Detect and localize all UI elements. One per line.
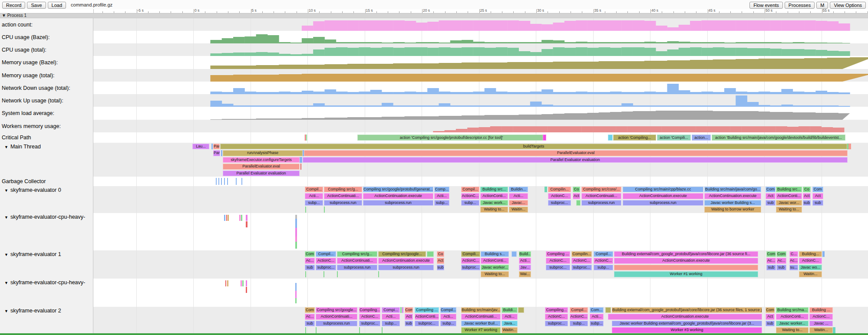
- row-label-skyframe-evaluator-1[interactable]: ▼skyframe-evaluator 1: [0, 250, 93, 279]
- timeline-bar[interactable]: Building src/main/jav...: [461, 307, 501, 313]
- timeline-bar[interactable]: [543, 135, 546, 141]
- timeline-bar[interactable]: [221, 150, 222, 156]
- timeline-bar[interactable]: [300, 164, 301, 170]
- timeline-bar[interactable]: Compiling src/g...: [324, 187, 362, 193]
- timeline-bar[interactable]: subprocess.run: [378, 265, 434, 271]
- timeline-bar[interactable]: [295, 215, 297, 219]
- timeline-bar[interactable]: Javac worker...: [776, 321, 809, 327]
- timeline-bar[interactable]: Act: [812, 193, 823, 199]
- timeline-bar[interactable]: Act: [405, 314, 413, 320]
- timeline-bar[interactable]: [236, 178, 237, 185]
- timeline-bar[interactable]: [295, 242, 297, 249]
- timeline-bar[interactable]: [211, 144, 213, 150]
- timeline-bar[interactable]: [400, 307, 402, 313]
- timeline-bar[interactable]: Waitin...: [502, 327, 518, 333]
- timeline-bar[interactable]: Compil...: [594, 251, 613, 257]
- timeline-bar[interactable]: Waiting to...: [481, 271, 509, 277]
- timeline-bar[interactable]: sub: [305, 321, 315, 327]
- timeline-bar[interactable]: buildTargets: [220, 144, 847, 150]
- timeline-bar[interactable]: subproc...: [546, 265, 570, 271]
- timeline-bar[interactable]: Waiting to...: [776, 207, 802, 213]
- timeline-bar[interactable]: Act: [766, 314, 775, 320]
- timeline-bar[interactable]: [427, 251, 434, 257]
- timeline-bar[interactable]: [226, 215, 227, 221]
- toolbar-button-record[interactable]: Record: [2, 2, 25, 9]
- timeline-bar[interactable]: Javac worker Building s...: [704, 200, 761, 206]
- timeline-bar[interactable]: ActionC...: [799, 258, 822, 264]
- timeline-bar[interactable]: [576, 200, 581, 206]
- timeline-bar[interactable]: sub: [812, 200, 823, 206]
- toolbar-button-flow-events[interactable]: Flow events: [749, 2, 783, 9]
- timeline-bar[interactable]: subproc...: [461, 265, 480, 271]
- timeline-bar[interactable]: sub: [405, 321, 413, 327]
- timeline-bar[interactable]: [216, 178, 217, 185]
- timeline-bar[interactable]: [306, 135, 307, 141]
- timeline-bar[interactable]: Com: [305, 251, 315, 257]
- timeline-bar[interactable]: Compiling src/main/cpp/blaze.cc: [623, 187, 703, 193]
- timeline-bar[interactable]: ActionContinuation.execute: [378, 258, 434, 264]
- timeline-bar[interactable]: [227, 280, 228, 286]
- timeline-bar[interactable]: sub: [305, 265, 315, 271]
- timeline-bar[interactable]: [295, 291, 297, 298]
- timeline-bar[interactable]: ActionContinuation.execute: [614, 258, 758, 264]
- timeline-bar[interactable]: ActionConti...: [415, 314, 439, 320]
- timeline-bar[interactable]: subproc...: [571, 265, 592, 271]
- timeline-bar[interactable]: Waitin...: [809, 327, 833, 333]
- timeline-bar[interactable]: [833, 327, 835, 333]
- timeline-bar[interactable]: [241, 178, 242, 185]
- timeline-bar[interactable]: [221, 178, 222, 185]
- timeline-bar[interactable]: Com: [305, 307, 315, 313]
- timeline-bar[interactable]: [224, 215, 225, 221]
- timeline-bar[interactable]: Javac wo...: [799, 265, 822, 271]
- timeline-bar[interactable]: [239, 215, 241, 221]
- timeline-bar[interactable]: Worker #3 working: [612, 327, 762, 333]
- timeline-bar[interactable]: ParallelEvaluator.eval: [223, 164, 300, 170]
- row-label-skyframe-evaluator-0[interactable]: ▼skyframe-evaluator 0: [0, 186, 93, 213]
- timeline-bar[interactable]: [241, 280, 242, 286]
- timeline-bar[interactable]: Javac work...: [480, 200, 508, 206]
- timeline-bar[interactable]: [402, 307, 403, 313]
- timeline-bar[interactable]: Parallel Evaluator evaluation: [223, 171, 300, 177]
- timeline-bar[interactable]: Acti...: [590, 314, 604, 320]
- timeline-bar[interactable]: sub: [766, 265, 776, 271]
- timeline-bar[interactable]: Compiling...: [545, 307, 568, 313]
- timeline-bar[interactable]: subp...: [440, 321, 456, 327]
- timeline-bar[interactable]: subprocess.run: [623, 200, 703, 206]
- timeline-bar[interactable]: [316, 327, 317, 333]
- timeline-bar[interactable]: Wai...: [519, 271, 531, 277]
- timeline-bar[interactable]: Co: [573, 187, 580, 193]
- toolbar-button-save[interactable]: Save: [27, 2, 46, 9]
- timeline-bar[interactable]: [246, 221, 248, 227]
- timeline-bar[interactable]: [822, 251, 825, 257]
- timeline-bar[interactable]: subp...: [382, 321, 400, 327]
- timeline-bar[interactable]: [305, 207, 306, 213]
- timeline-bar[interactable]: action 'Compiling...: [613, 135, 656, 141]
- timeline-bar[interactable]: [382, 327, 383, 333]
- timeline-bar[interactable]: Waiting to...: [776, 327, 809, 333]
- timeline-bar[interactable]: Javac worker...: [481, 265, 509, 271]
- timeline-bar[interactable]: Building external/com_google_protobuf/ja…: [612, 307, 762, 313]
- timeline-bar[interactable]: ActionC...: [359, 314, 380, 320]
- timeline-bar[interactable]: [218, 178, 219, 185]
- timeline-bar[interactable]: Build...: [519, 251, 531, 257]
- timeline-bar[interactable]: ActionC...: [570, 314, 588, 320]
- timeline-bar[interactable]: Com: [812, 187, 823, 193]
- timeline-bar[interactable]: Compil...: [461, 187, 479, 193]
- timeline-bar[interactable]: [605, 307, 611, 313]
- timeline-bar[interactable]: ActionC...: [571, 258, 592, 264]
- timeline-bar[interactable]: Compilin...: [571, 251, 592, 257]
- timeline-bar[interactable]: Worker #1 working: [614, 271, 758, 277]
- timeline-bar[interactable]: Javac wor...: [776, 200, 802, 206]
- timeline-bar[interactable]: Com: [766, 307, 775, 313]
- timeline-bar[interactable]: sub: [803, 200, 811, 206]
- timeline-bar[interactable]: runAnalysisPhase: [223, 150, 303, 156]
- timeline-bar[interactable]: ActionContinuati...: [324, 193, 362, 199]
- timeline-bar[interactable]: [246, 215, 248, 221]
- timeline-bar[interactable]: ActionC...: [809, 314, 833, 320]
- timeline-bar[interactable]: Waiting to borrow worker: [704, 207, 761, 213]
- timeline-bar[interactable]: subp...: [305, 200, 323, 206]
- timeline-bar[interactable]: Building src...: [776, 187, 802, 193]
- timeline-bar[interactable]: Buildin...: [509, 187, 528, 193]
- timeline-bar[interactable]: sub: [766, 321, 775, 327]
- timeline-bar[interactable]: Acti...: [509, 193, 528, 199]
